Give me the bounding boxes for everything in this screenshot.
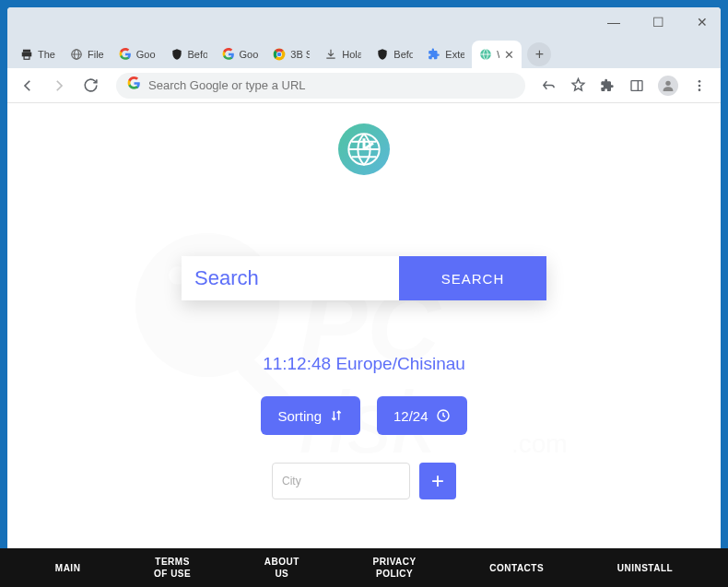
tab-label: 3B S	[290, 49, 310, 60]
forward-button[interactable]	[48, 75, 70, 97]
globe-green-icon	[479, 48, 492, 61]
svg-point-15	[699, 80, 701, 83]
footer-terms[interactable]: TERMSOF USE	[154, 556, 191, 580]
search-input[interactable]	[182, 256, 399, 300]
tab-4[interactable]: Goo	[215, 41, 266, 68]
tab-label: Goo	[240, 49, 259, 60]
tab-label: Exte	[445, 49, 464, 60]
browser-toolbar	[7, 68, 721, 103]
google-icon	[119, 48, 132, 61]
page-content-area: PC risk .com SEARCH 11:12:48 Europe/Chis	[7, 103, 721, 580]
tab-label: File	[88, 49, 104, 60]
svg-point-14	[665, 80, 670, 85]
tab-label: The	[38, 49, 55, 60]
svg-point-17	[699, 88, 701, 91]
profile-avatar[interactable]	[658, 76, 678, 96]
tab-9-active[interactable]: \ ✕	[472, 41, 522, 68]
footer-about[interactable]: ABOUTUS	[264, 556, 299, 580]
tab-3[interactable]: Befo	[163, 41, 215, 68]
extensions-icon[interactable]	[599, 77, 616, 94]
tab-1[interactable]: File	[63, 41, 112, 68]
reload-button[interactable]	[79, 75, 101, 97]
bookmark-star-icon[interactable]	[569, 77, 586, 94]
url-input[interactable]	[148, 78, 514, 92]
footer-contacts[interactable]: CONTACTS	[489, 562, 544, 574]
tab-label: Goo	[136, 49, 156, 60]
add-city-button[interactable]: +	[419, 463, 456, 499]
tab-5[interactable]: 3B S	[265, 41, 317, 68]
tab-7[interactable]: Befo	[369, 41, 420, 68]
download-icon	[324, 48, 337, 61]
menu-dots-icon[interactable]	[691, 77, 708, 94]
tab-0[interactable]: The	[13, 41, 63, 68]
sorting-button[interactable]: Sorting	[261, 396, 360, 435]
clock-display: 11:12:48 Europe/Chisinau	[263, 354, 465, 374]
chrome-icon	[273, 48, 286, 61]
tab-strip: The File Goo Befo Goo 3B S Hola Befo	[7, 37, 721, 68]
tab-6[interactable]: Hola	[317, 41, 369, 68]
google-g-icon	[127, 76, 141, 94]
globe-icon	[70, 48, 83, 61]
address-bar[interactable]	[116, 73, 525, 99]
sorting-label: Sorting	[277, 408, 322, 424]
print-icon	[20, 48, 33, 61]
site-logo	[338, 123, 390, 175]
share-icon[interactable]	[540, 77, 557, 94]
clock-icon	[436, 408, 451, 423]
shield-icon	[376, 48, 389, 61]
svg-rect-12	[631, 80, 642, 90]
puzzle-icon	[428, 48, 440, 61]
footer-privacy[interactable]: PRIVACYPOLICY	[372, 556, 416, 580]
tab-2[interactable]: Goo	[112, 41, 163, 68]
close-window-button[interactable]: ✕	[689, 9, 715, 35]
sort-arrows-icon	[329, 408, 344, 423]
sidepanel-icon[interactable]	[628, 77, 645, 94]
tab-label: Hola	[342, 49, 361, 60]
maximize-button[interactable]: ☐	[645, 9, 671, 35]
new-tab-button[interactable]: +	[527, 42, 551, 66]
tab-label: \	[497, 49, 499, 60]
google-icon	[222, 48, 235, 61]
footer-uninstall[interactable]: UNINSTALL	[617, 562, 673, 574]
format-label: 12/24	[393, 408, 429, 424]
time-format-button[interactable]: 12/24	[377, 396, 467, 435]
svg-point-10	[277, 53, 282, 57]
tab-8[interactable]: Exte	[420, 41, 472, 68]
svg-rect-0	[23, 50, 30, 53]
city-input[interactable]	[272, 463, 410, 499]
search-bar: SEARCH	[182, 256, 546, 300]
svg-point-16	[699, 84, 701, 87]
site-footer: MAIN TERMSOF USE ABOUTUS PRIVACYPOLICY C…	[0, 548, 728, 587]
minimize-button[interactable]: —	[601, 9, 627, 35]
tab-label: Befo	[393, 49, 413, 60]
footer-main[interactable]: MAIN	[55, 562, 81, 574]
search-button[interactable]: SEARCH	[399, 256, 546, 300]
window-title-bar: — ☐ ✕	[7, 7, 721, 37]
back-button[interactable]	[17, 75, 39, 97]
close-tab-icon[interactable]: ✕	[504, 48, 514, 62]
tab-label: Befo	[188, 49, 207, 60]
shield-icon	[170, 48, 183, 61]
